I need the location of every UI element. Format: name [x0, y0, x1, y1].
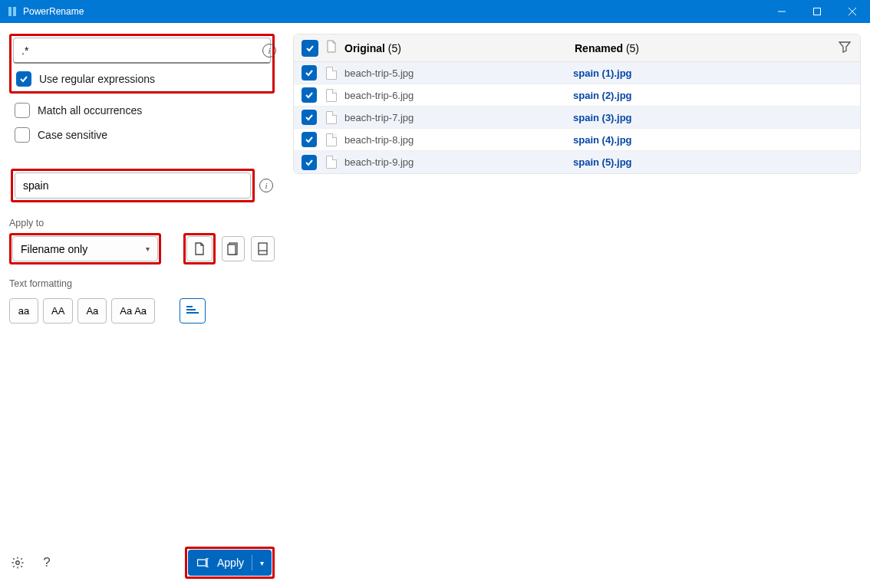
apply-button-highlight: Apply ▾	[185, 547, 275, 579]
app-icon	[6, 5, 18, 18]
apply-button[interactable]: Apply ▾	[188, 550, 272, 576]
minimize-button[interactable]	[764, 0, 799, 23]
replace-info-icon[interactable]: i	[259, 179, 273, 192]
table-row[interactable]: beach-trip-7.jpgspain (3).jpg	[294, 107, 860, 129]
include-subfolders-button[interactable]	[251, 236, 275, 261]
use-regex-checkbox[interactable]	[16, 71, 31, 87]
table-row[interactable]: beach-trip-9.jpgspain (5).jpg	[294, 151, 860, 173]
original-filename: beach-trip-5.jpg	[344, 67, 573, 79]
apply-to-selected: Filename only	[21, 243, 87, 255]
table-body: beach-trip-5.jpgspain (1).jpgbeach-trip-…	[294, 62, 860, 173]
file-icon	[326, 89, 337, 102]
svg-point-10	[16, 561, 20, 565]
header-renamed[interactable]: Renamed (5)	[575, 42, 839, 54]
replace-highlight	[11, 169, 255, 202]
svg-rect-1	[13, 7, 16, 16]
original-filename: beach-trip-6.jpg	[344, 90, 573, 101]
use-regex-label: Use regular expressions	[39, 73, 155, 85]
row-checkbox[interactable]	[302, 132, 317, 147]
search-group-highlight: Use regular expressions	[9, 34, 275, 94]
match-all-label: Match all occurrences	[38, 104, 142, 117]
include-files-highlight	[183, 233, 216, 264]
case-sensitive-checkbox[interactable]	[15, 127, 30, 143]
filter-button[interactable]	[839, 41, 852, 56]
replace-input[interactable]	[15, 172, 251, 199]
original-filename: beach-trip-7.jpg	[344, 112, 573, 123]
svg-rect-11	[197, 560, 206, 566]
svg-rect-0	[8, 7, 12, 16]
table-row[interactable]: beach-trip-8.jpgspain (4).jpg	[294, 129, 860, 151]
table-row[interactable]: beach-trip-6.jpgspain (2).jpg	[294, 84, 860, 107]
file-icon	[326, 40, 338, 56]
use-regex-option[interactable]: Use regular expressions	[13, 68, 271, 90]
format-titlecase-button[interactable]: Aa	[77, 298, 107, 324]
search-info-icon[interactable]: i	[262, 44, 276, 57]
help-button[interactable]: ?	[38, 554, 55, 571]
titlebar: PowerRename	[0, 0, 870, 23]
window-title: PowerRename	[23, 6, 764, 17]
maximize-button[interactable]	[799, 0, 835, 23]
search-input[interactable]	[13, 38, 271, 64]
format-lowercase-button[interactable]: aa	[9, 298, 38, 324]
chevron-down-icon: ▾	[260, 559, 264, 567]
left-panel: Use regular expressions i Match all occu…	[0, 23, 284, 588]
row-checkbox[interactable]	[302, 155, 317, 170]
renamed-filename: spain (1).jpg	[573, 67, 632, 79]
match-all-checkbox[interactable]	[15, 103, 30, 118]
renamed-filename: spain (4).jpg	[573, 134, 632, 146]
apply-to-highlight: Filename only ▾	[9, 233, 161, 264]
select-all-checkbox[interactable]	[302, 40, 318, 57]
format-capitalize-button[interactable]: Aa Aa	[111, 298, 155, 324]
case-sensitive-option[interactable]: Case sensitive	[9, 124, 275, 146]
close-button[interactable]	[835, 0, 870, 23]
rename-icon	[197, 558, 209, 567]
file-icon	[326, 133, 337, 146]
enumerate-icon	[186, 306, 199, 317]
settings-button[interactable]	[9, 554, 26, 571]
renamed-filename: spain (2).jpg	[573, 90, 632, 101]
enumerate-button[interactable]	[180, 298, 206, 324]
apply-button-label: Apply	[217, 557, 244, 569]
header-original[interactable]: Original (5)	[344, 42, 575, 54]
format-uppercase-button[interactable]: AA	[43, 298, 73, 324]
file-table: Original (5) Renamed (5) beach-trip-5.jp…	[293, 34, 861, 174]
chevron-down-icon: ▾	[146, 245, 150, 253]
row-checkbox[interactable]	[302, 65, 317, 80]
text-formatting-label: Text formatting	[9, 278, 275, 289]
match-all-option[interactable]: Match all occurrences	[9, 100, 275, 121]
case-sensitive-label: Case sensitive	[38, 129, 107, 141]
renamed-filename: spain (3).jpg	[573, 112, 632, 123]
file-icon	[326, 156, 337, 169]
row-checkbox[interactable]	[302, 110, 317, 125]
apply-to-dropdown[interactable]: Filename only ▾	[12, 236, 158, 261]
right-panel: Original (5) Renamed (5) beach-trip-5.jp…	[284, 23, 870, 588]
svg-rect-7	[228, 245, 236, 255]
include-folders-button[interactable]	[222, 236, 246, 261]
apply-to-label: Apply to	[9, 218, 275, 228]
original-filename: beach-trip-9.jpg	[344, 156, 573, 168]
table-row[interactable]: beach-trip-5.jpgspain (1).jpg	[294, 62, 860, 84]
file-icon	[326, 111, 337, 124]
include-files-button[interactable]	[186, 236, 213, 261]
svg-rect-3	[814, 8, 821, 15]
renamed-filename: spain (5).jpg	[573, 156, 632, 168]
row-checkbox[interactable]	[302, 87, 317, 103]
file-icon	[326, 67, 337, 80]
original-filename: beach-trip-8.jpg	[344, 134, 573, 146]
table-header: Original (5) Renamed (5)	[294, 34, 860, 62]
svg-rect-8	[259, 243, 267, 255]
